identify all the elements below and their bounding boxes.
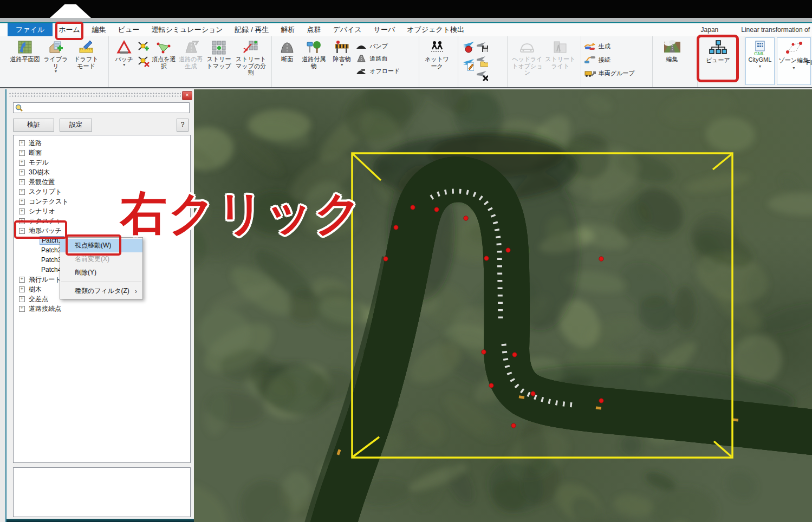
tree-label: 景観位置 (29, 178, 55, 187)
open-flight-route-button[interactable] (476, 55, 488, 67)
panel-grip[interactable] (9, 92, 181, 97)
delete-flight-route-button[interactable] (476, 69, 488, 81)
edit-flight-route-button[interactable] (462, 58, 474, 70)
road-plan-button[interactable]: 道路平面図 (9, 38, 41, 63)
ribbon-group-road: 断面 道路付属物 障害物 (272, 36, 419, 87)
road-surface-button[interactable]: 道路面 (356, 53, 400, 64)
expand-icon[interactable] (19, 140, 25, 146)
save-flight-route-button[interactable] (476, 41, 488, 53)
citygml-button[interactable]: GML CityGML (745, 37, 775, 85)
menu-item-move-viewpoint[interactable]: 視点移動(W) (60, 239, 142, 252)
network-button[interactable]: ネットワーク (422, 38, 452, 69)
ribbon-group-flight-route (458, 36, 508, 87)
expand-icon[interactable] (19, 189, 25, 195)
expand-icon[interactable] (19, 277, 25, 283)
menu-item-delete[interactable]: 削除(Y) (60, 266, 142, 279)
smoke-tunnel-edit-button[interactable]: 編集 (655, 38, 689, 63)
tab-object-detection[interactable]: オブジェクト検出 (401, 23, 470, 36)
tree-item-texture[interactable]: テクスチャ (14, 216, 190, 226)
tab-driving-simulation[interactable]: 運転シミュレーション (145, 23, 229, 36)
expand-icon[interactable] (19, 218, 25, 224)
record-flight-route-button[interactable] (462, 41, 474, 53)
ribbon-group-headlight: ヘッドライトオプション ストリートライト (508, 36, 581, 87)
tree-item-road[interactable]: 道路 (14, 138, 190, 148)
expand-icon[interactable] (19, 160, 25, 166)
street-light-button[interactable]: ストリートライト (544, 38, 576, 69)
expand-icon[interactable] (19, 169, 25, 175)
tree-item-script[interactable]: スクリプト (14, 187, 190, 197)
button-label: バンプ (369, 42, 388, 50)
tab-edit[interactable]: 編集 (86, 23, 112, 36)
country-label: Japan (701, 26, 719, 34)
expand-icon[interactable] (19, 306, 25, 312)
tree-item-terrain-patch[interactable]: 地形パッチ (14, 226, 190, 236)
road-surface-icon (356, 55, 367, 62)
ribbon-group-smoke-tunnel: 編集 (653, 36, 698, 87)
road-accessory-button[interactable]: 道路付属物 (300, 38, 328, 69)
window-titlebar (0, 0, 812, 18)
headlight-options-button[interactable]: ヘッドライトオプション (510, 38, 544, 76)
save-flight-icon (476, 41, 488, 53)
patch-button[interactable]: パッチ (112, 38, 137, 67)
viewer-button[interactable]: ビューア (700, 38, 735, 64)
street-map-split-icon (243, 40, 259, 55)
expand-icon[interactable] (19, 199, 25, 205)
add-vertex-button[interactable] (138, 41, 150, 53)
expand-icon[interactable] (19, 179, 25, 185)
obstacle-button[interactable]: 障害物 (328, 38, 356, 67)
draft-mode-button[interactable]: ドラフトモード (71, 38, 101, 69)
regenerate-road-button[interactable]: 道路の再生成 (177, 38, 205, 69)
tree-item-landscape-position[interactable]: 景観位置 (14, 177, 190, 187)
vehicle-group-button[interactable]: 車両グループ (584, 68, 635, 79)
tab-home[interactable]: ホーム (53, 23, 86, 36)
tree-item-cross-section[interactable]: 断面 (14, 148, 190, 158)
street-map-split-button[interactable]: ストリートマップの分割 (233, 38, 269, 76)
traffic-connect-icon (584, 56, 596, 64)
tab-file[interactable]: ファイル (8, 23, 53, 36)
help-button[interactable]: ? (177, 119, 189, 132)
add-vertex-icon (138, 41, 150, 53)
cross-section-button[interactable]: 断面 (275, 38, 300, 63)
bump-button[interactable]: バンプ (356, 41, 400, 51)
traffic-connect-button[interactable]: 接続 (584, 54, 635, 65)
tab-server[interactable]: サーバ (368, 23, 401, 36)
tree-item-context[interactable]: コンテクスト (14, 197, 190, 206)
expand-icon[interactable] (19, 150, 25, 156)
search-input[interactable] (23, 103, 189, 113)
expand-icon[interactable] (19, 286, 25, 292)
select-vertex-button[interactable]: 頂点を選択 (151, 38, 177, 69)
tab-analysis[interactable]: 解析 (275, 23, 301, 36)
verify-button[interactable]: 検証 (13, 119, 54, 132)
tree-item-road-connection[interactable]: 道路接続点 (14, 304, 190, 314)
menu-item-type-filter[interactable]: 種類のフィルタ(Z) (60, 284, 142, 298)
terrain-view[interactable] (194, 89, 812, 522)
offroad-button[interactable]: オフロード (356, 66, 400, 76)
3d-viewport[interactable] (194, 89, 812, 522)
tree-item-model[interactable]: モデル (14, 158, 190, 167)
tree-label: 3D樹木 (29, 168, 50, 177)
button-label: 道路付属物 (300, 56, 328, 69)
library-icon (48, 40, 64, 55)
button-label: ライブラリ (41, 56, 71, 69)
tab-record-playback[interactable]: 記録 / 再生 (229, 23, 275, 36)
tree-item-3d-trees[interactable]: 3D樹木 (14, 167, 190, 177)
settings-button[interactable]: 設定 (60, 119, 92, 132)
collapse-icon[interactable] (19, 228, 25, 234)
tree-label: 交差点 (29, 295, 48, 304)
application-window: ファイル ホーム 編集 ビュー 運転シミュレーション 記録 / 再生 解析 点群… (0, 0, 812, 522)
expand-icon[interactable] (19, 208, 25, 214)
record-flight-icon (462, 41, 474, 54)
expand-icon[interactable] (19, 296, 25, 302)
library-button[interactable]: ライブラリ (41, 38, 71, 73)
tab-view[interactable]: ビュー (112, 23, 146, 36)
close-panel-button[interactable] (182, 91, 192, 100)
tree-item-scenario[interactable]: シナリオ (14, 206, 190, 216)
remove-vertex-button[interactable] (138, 56, 150, 68)
street-map-button[interactable]: ストリートマップ (205, 38, 233, 69)
tab-point-cloud[interactable]: 点群 (301, 23, 327, 36)
tab-device[interactable]: デバイス (327, 23, 367, 36)
traffic-generate-button[interactable]: 生成 (584, 41, 635, 51)
tree-label: 樹木 (29, 285, 42, 294)
menu-item-rename[interactable]: 名前変更(X) (60, 252, 142, 266)
flight-col-1 (461, 38, 475, 70)
